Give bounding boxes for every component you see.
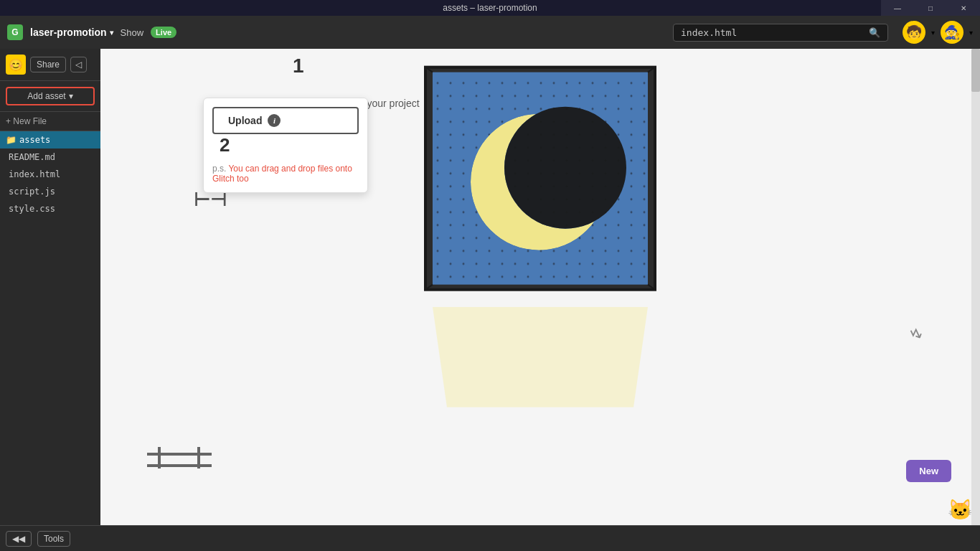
close-button[interactable]: ✕ <box>947 0 980 16</box>
user-avatar-1[interactable]: 🧒 <box>903 21 925 44</box>
drag-drop-highlight: You can drag and drop files onto Glitch … <box>212 164 352 184</box>
tool-icon-arrow: ↯ <box>905 323 927 346</box>
project-chevron-icon: ▾ <box>110 29 113 37</box>
annotation-1: 1 <box>293 55 304 77</box>
upload-button[interactable]: Upload i <box>212 107 359 134</box>
file-name: assets <box>19 135 50 145</box>
avatar-area: 🧒 ▾ 🧙 ▾ <box>903 21 973 44</box>
show-button[interactable]: Show <box>121 27 144 38</box>
file-item-script[interactable]: script.js <box>0 183 100 200</box>
svg-point-7 <box>504 107 626 229</box>
tool-icon-table <box>147 447 212 471</box>
spotlight-beam <box>418 307 662 408</box>
window-controls[interactable]: — □ ✕ <box>881 0 980 16</box>
search-input[interactable] <box>681 27 863 38</box>
share-label: Share <box>37 60 60 70</box>
new-button[interactable]: New <box>906 460 951 482</box>
live-badge: Live <box>151 27 176 38</box>
share-button[interactable]: Share <box>30 57 66 72</box>
add-asset-chevron-icon: ▾ <box>69 91 73 101</box>
file-name: style.css <box>9 204 55 214</box>
file-name: index.html <box>9 169 60 179</box>
file-item-style[interactable]: style.css <box>0 200 100 217</box>
add-asset-button[interactable]: Add asset ▾ <box>6 87 95 105</box>
project-name-label: laser-promotion <box>30 27 107 38</box>
new-file-button[interactable]: + New File <box>0 112 100 131</box>
file-list: 📁 assets README.md index.html script.js … <box>0 131 100 525</box>
avatar2-chevron-icon: ▾ <box>969 29 973 37</box>
add-asset-area: Add asset ▾ <box>0 81 100 112</box>
artwork-container: /* dots drawn below via pattern */ <box>418 64 662 408</box>
moon-painting: /* dots drawn below via pattern */ <box>418 64 662 308</box>
avatar-chevron-icon: ▾ <box>931 29 935 37</box>
show-label: Show <box>121 27 144 38</box>
top-navigation: G laser-promotion ▾ Show Live 🔍 🧒 ▾ 🧙 ▾ <box>0 16 980 49</box>
sidebar: 😊 Share ◁ Add asset ▾ + New File 📁 asset… <box>0 49 100 525</box>
sidebar-toolbar: 😊 Share ◁ <box>0 49 100 81</box>
window-title: assets – laser-promotion <box>443 3 537 13</box>
user-avatar-2[interactable]: 🧙 <box>941 21 963 44</box>
project-name-button[interactable]: laser-promotion ▾ <box>30 27 113 38</box>
file-name: README.md <box>9 152 55 162</box>
project-icon: G <box>7 24 23 40</box>
new-file-label: + New File <box>6 116 47 126</box>
info-icon: i <box>268 114 281 127</box>
svg-rect-14 <box>147 453 212 456</box>
search-icon: 🔍 <box>869 27 880 38</box>
cat-icon: 🐱 <box>948 498 973 522</box>
back-label: ◀◀ <box>12 534 25 544</box>
new-label: New <box>919 466 938 476</box>
back-button[interactable]: ◀◀ <box>6 531 32 547</box>
annotation-2: 2 <box>220 134 230 156</box>
sidebar-avatar: 😊 <box>6 55 26 75</box>
file-item-assets[interactable]: 📁 assets <box>0 131 100 149</box>
content-area: 1 Upload i 2 p.s. You can drag and drop … <box>100 49 980 525</box>
file-item-readme[interactable]: README.md <box>0 149 100 166</box>
search-bar[interactable]: 🔍 <box>673 24 888 42</box>
tools-label: Tools <box>44 534 64 544</box>
maximize-button[interactable]: □ <box>914 0 947 16</box>
bottom-bar: ◀◀ Tools <box>0 525 980 551</box>
upload-label: Upload <box>228 115 262 126</box>
svg-marker-13 <box>433 307 648 408</box>
add-asset-label: Add asset <box>27 91 65 101</box>
tools-button[interactable]: Tools <box>37 531 70 547</box>
scrollbar-track <box>971 49 980 525</box>
collapse-button[interactable]: ◁ <box>70 57 87 72</box>
file-item-index[interactable]: index.html <box>0 166 100 183</box>
titlebar: assets – laser-promotion — □ ✕ <box>0 0 980 16</box>
minimize-button[interactable]: — <box>881 0 914 16</box>
file-name: script.js <box>9 187 55 197</box>
scrollbar-thumb[interactable] <box>971 49 980 92</box>
drag-drop-hint: p.s. You can drag and drop files onto Gl… <box>212 164 359 184</box>
add-asset-dropdown: Upload i 2 p.s. You can drag and drop fi… <box>203 98 368 193</box>
collapse-icon: ◁ <box>75 60 82 70</box>
main-layout: 😊 Share ◁ Add asset ▾ + New File 📁 asset… <box>0 49 980 525</box>
svg-rect-17 <box>147 464 212 467</box>
folder-icon: 📁 <box>6 135 17 145</box>
